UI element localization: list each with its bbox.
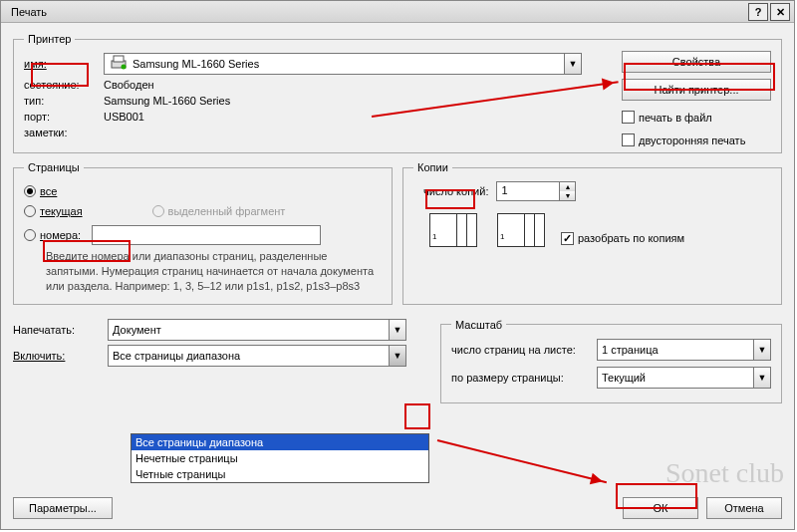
pages-all-label: все — [40, 185, 57, 197]
pages-selection-label: выделенный фрагмент — [168, 205, 286, 217]
fit-to-page-label: по размеру страницы: — [451, 372, 591, 384]
cancel-button[interactable]: Отмена — [706, 497, 782, 519]
copies-group: Копии число копий: 1 ▲▼ 3 2 1 — [402, 161, 782, 305]
pages-numbers-input[interactable] — [92, 225, 321, 245]
pages-group: Страницы все текущая выделенный фрагмент… — [13, 161, 393, 305]
ok-button[interactable]: ОК — [623, 497, 698, 519]
svg-point-2 — [122, 65, 127, 70]
include-dropdown-list[interactable]: Все страницы диапазона Нечетные страницы… — [131, 433, 429, 483]
pages-current-label: текущая — [40, 205, 83, 217]
scale-group: Масштаб число страниц на листе: 1 страни… — [440, 319, 782, 403]
include-option[interactable]: Нечетные страницы — [132, 450, 428, 466]
print-to-file-label: печать в файл — [639, 112, 712, 124]
port-label: порт: — [24, 111, 104, 123]
include-value: Все страницы диапазона — [109, 350, 389, 362]
fit-to-page-combo[interactable]: Текущий ▼ — [597, 367, 771, 389]
notes-label: заметки: — [24, 127, 104, 138]
include-combo[interactable]: Все страницы диапазона ▼ — [108, 345, 406, 367]
print-what-value: Документ — [109, 324, 389, 336]
properties-button[interactable]: Свойства — [622, 51, 771, 73]
annotation-arrow — [437, 439, 607, 483]
duplex-label: двусторонняя печать — [639, 134, 745, 146]
include-option[interactable]: Четные страницы — [132, 466, 428, 482]
print-to-file-checkbox[interactable] — [622, 111, 635, 124]
chevron-down-icon[interactable]: ▼ — [389, 346, 405, 366]
dialog-title: Печать — [5, 6, 746, 18]
chevron-down-icon[interactable]: ▼ — [389, 320, 405, 340]
spin-down-icon[interactable]: ▼ — [560, 191, 575, 200]
close-button[interactable]: ✕ — [770, 3, 790, 21]
status-value: Свободен — [104, 79, 154, 91]
printer-legend: Принтер — [24, 33, 75, 45]
collate-label: разобрать по копиям — [578, 232, 684, 244]
name-label: имя: — [24, 58, 104, 70]
find-printer-button[interactable]: Найти принтер... — [622, 79, 771, 101]
chevron-down-icon[interactable]: ▼ — [753, 340, 770, 360]
titlebar: Печать ? ✕ — [1, 1, 794, 23]
collate-checkbox[interactable]: ✓ — [561, 232, 574, 245]
chevron-down-icon[interactable]: ▼ — [753, 368, 770, 388]
chevron-down-icon[interactable]: ▼ — [564, 54, 581, 74]
print-what-combo[interactable]: Документ ▼ — [108, 319, 406, 341]
include-option[interactable]: Все страницы диапазона — [132, 434, 428, 450]
pages-all-radio[interactable] — [24, 185, 36, 197]
pages-per-sheet-combo[interactable]: 1 страница ▼ — [597, 339, 771, 361]
pages-per-sheet-label: число страниц на листе: — [451, 344, 591, 356]
type-label: тип: — [24, 95, 104, 107]
copies-legend: Копии — [413, 161, 452, 173]
duplex-checkbox[interactable] — [622, 133, 635, 146]
printer-name-combo[interactable]: Samsung ML-1660 Series ▼ — [104, 53, 582, 75]
copies-count-value: 1 — [497, 182, 559, 200]
print-what-label: Напечатать: — [13, 324, 108, 336]
pages-legend: Страницы — [24, 161, 84, 173]
pages-numbers-radio[interactable] — [24, 229, 36, 241]
help-button[interactable]: ? — [748, 3, 768, 21]
include-label: Включить: — [13, 350, 108, 362]
pages-selection-radio — [152, 205, 164, 217]
pages-help-text: Введите номера или диапазоны страниц, ра… — [46, 249, 382, 294]
watermark: Sonet club — [665, 457, 784, 489]
port-value: USB001 — [104, 111, 144, 123]
copies-spinner[interactable]: 1 ▲▼ — [496, 181, 576, 201]
pages-per-sheet-value: 1 страница — [598, 344, 753, 356]
pages-current-radio[interactable] — [24, 205, 36, 217]
pages-numbers-label: номера: — [40, 229, 81, 241]
copies-count-label: число копий: — [423, 185, 488, 197]
printer-icon — [109, 55, 129, 73]
spin-up-icon[interactable]: ▲ — [560, 182, 575, 191]
svg-rect-1 — [114, 56, 124, 62]
status-label: состояние: — [24, 79, 104, 91]
scale-legend: Масштаб — [451, 319, 506, 331]
printer-group: Принтер имя: Samsung ML-1660 Series ▼ со… — [13, 33, 782, 153]
fit-to-page-value: Текущий — [598, 372, 753, 384]
printer-name-value: Samsung ML-1660 Series — [133, 58, 564, 70]
parameters-button[interactable]: Параметры... — [13, 497, 113, 519]
collate-illustration: 3 2 1 3 2 1 — [429, 213, 549, 263]
type-value: Samsung ML-1660 Series — [104, 95, 230, 107]
